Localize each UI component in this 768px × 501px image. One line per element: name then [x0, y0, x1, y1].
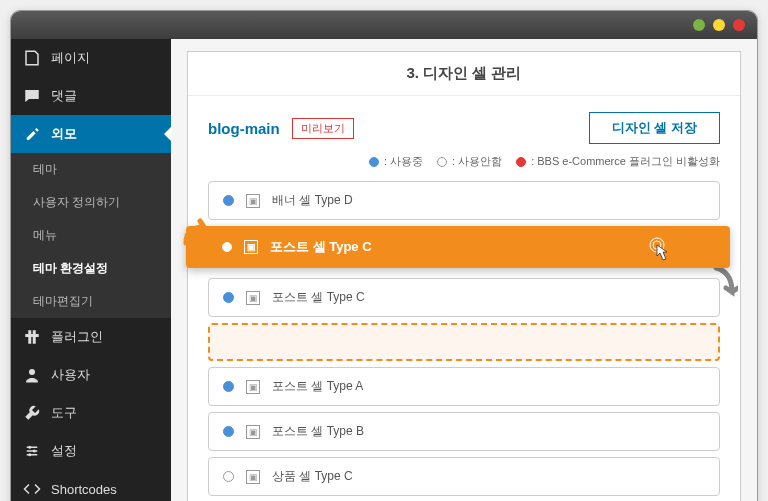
sidebar-label: 설정 — [51, 442, 77, 460]
sidebar-sub-editor[interactable]: 테마편집기 — [11, 285, 171, 318]
svg-point-6 — [28, 453, 31, 456]
window-close-dot[interactable] — [733, 19, 745, 31]
image-icon: ▣ — [244, 240, 258, 254]
dot-blue-icon — [369, 157, 379, 167]
cell-label: 포스트 셀 Type A — [272, 378, 363, 395]
status-dot-icon — [223, 426, 234, 437]
image-icon: ▣ — [246, 291, 260, 305]
save-button[interactable]: 디자인 셀 저장 — [589, 112, 720, 144]
sidebar-item-comments[interactable]: 댓글 — [11, 77, 171, 115]
design-cell-panel: 3. 디자인 셀 관리 blog-main 미리보기 디자인 셀 저장 : 사용… — [187, 51, 741, 501]
status-dot-icon — [223, 195, 234, 206]
sidebar-label: 댓글 — [51, 87, 77, 105]
plugin-icon — [23, 328, 41, 346]
cell-item[interactable]: ▣ 포스트 셀 Type B — [208, 412, 720, 451]
app-window: 페이지 댓글 외모 테마 사용자 정의하기 메뉴 테마 환경설정 테마편집기 플… — [10, 10, 758, 501]
drag-out-arrow-icon — [710, 264, 738, 304]
cell-item[interactable]: ▣ 포스트 셀 Type C — [208, 278, 720, 317]
legend-inactive: : 사용안함 — [437, 154, 502, 169]
image-icon: ▣ — [246, 380, 260, 394]
sidebar-label: 사용자 — [51, 366, 90, 384]
cell-label: 포스트 셀 Type C — [270, 238, 372, 256]
page-icon — [23, 49, 41, 67]
window-maximize-dot[interactable] — [713, 19, 725, 31]
main-content: 3. 디자인 셀 관리 blog-main 미리보기 디자인 셀 저장 : 사용… — [171, 39, 757, 501]
status-dot-icon — [222, 242, 232, 252]
user-icon — [23, 366, 41, 384]
svg-point-5 — [33, 450, 36, 453]
status-dot-icon — [223, 292, 234, 303]
comment-icon — [23, 87, 41, 105]
sidebar-sub-theme-settings[interactable]: 테마 환경설정 — [11, 252, 171, 285]
brush-icon — [23, 125, 41, 143]
status-legend: : 사용중 : 사용안함 : BBS e-Commerce 플러그인 비활성화 — [208, 154, 720, 169]
cell-list: ▣ 배너 셀 Type D ▣ 포스트 셀 Type C — [208, 181, 720, 496]
sidebar-item-pages[interactable]: 페이지 — [11, 39, 171, 77]
sidebar-sub-customize[interactable]: 사용자 정의하기 — [11, 186, 171, 219]
sidebar-item-tools[interactable]: 도구 — [11, 394, 171, 432]
cell-label: 상품 셀 Type C — [272, 468, 353, 485]
image-icon: ▣ — [246, 425, 260, 439]
preview-button[interactable]: 미리보기 — [292, 118, 354, 139]
sidebar-item-plugins[interactable]: 플러그인 — [11, 318, 171, 356]
sidebar-label: 도구 — [51, 404, 77, 422]
sidebar-label: Shortcodes — [51, 482, 117, 497]
sidebar-label: 플러그인 — [51, 328, 103, 346]
image-icon: ▣ — [246, 470, 260, 484]
sidebar-label: 외모 — [51, 125, 77, 143]
status-dot-icon — [223, 381, 234, 392]
toolbar: blog-main 미리보기 디자인 셀 저장 — [208, 112, 720, 144]
dot-gray-icon — [437, 157, 447, 167]
sidebar-item-shortcodes[interactable]: Shortcodes — [11, 470, 171, 501]
drag-in-arrow-icon — [180, 217, 216, 253]
status-dot-icon — [223, 471, 234, 482]
cursor-icon — [648, 236, 670, 262]
sidebar-item-appearance[interactable]: 외모 — [11, 115, 171, 153]
drop-placeholder[interactable] — [208, 323, 720, 361]
window-minimize-dot[interactable] — [693, 19, 705, 31]
cell-item[interactable]: ▣ 배너 셀 Type D — [208, 181, 720, 220]
settings-icon — [23, 442, 41, 460]
code-icon — [23, 480, 41, 498]
sidebar-label: 페이지 — [51, 49, 90, 67]
legend-disabled: : BBS e-Commerce 플러그인 비활성화 — [516, 154, 720, 169]
page-name-label: blog-main — [208, 120, 280, 137]
cell-item-dragging[interactable]: ▣ 포스트 셀 Type C — [186, 226, 730, 268]
svg-point-0 — [29, 369, 35, 375]
cell-label: 포스트 셀 Type C — [272, 289, 365, 306]
panel-title: 3. 디자인 셀 관리 — [188, 52, 740, 96]
sidebar-item-users[interactable]: 사용자 — [11, 356, 171, 394]
cell-label: 포스트 셀 Type B — [272, 423, 364, 440]
admin-sidebar: 페이지 댓글 외모 테마 사용자 정의하기 메뉴 테마 환경설정 테마편집기 플… — [11, 39, 171, 501]
cell-label: 배너 셀 Type D — [272, 192, 353, 209]
tool-icon — [23, 404, 41, 422]
image-icon: ▣ — [246, 194, 260, 208]
sidebar-item-settings[interactable]: 설정 — [11, 432, 171, 470]
cell-item[interactable]: ▣ 포스트 셀 Type A — [208, 367, 720, 406]
sidebar-sub-menus[interactable]: 메뉴 — [11, 219, 171, 252]
cell-item[interactable]: ▣ 상품 셀 Type C — [208, 457, 720, 496]
window-titlebar — [11, 11, 757, 39]
sidebar-sub-themes[interactable]: 테마 — [11, 153, 171, 186]
svg-point-4 — [28, 446, 31, 449]
dot-red-icon — [516, 157, 526, 167]
legend-active: : 사용중 — [369, 154, 423, 169]
